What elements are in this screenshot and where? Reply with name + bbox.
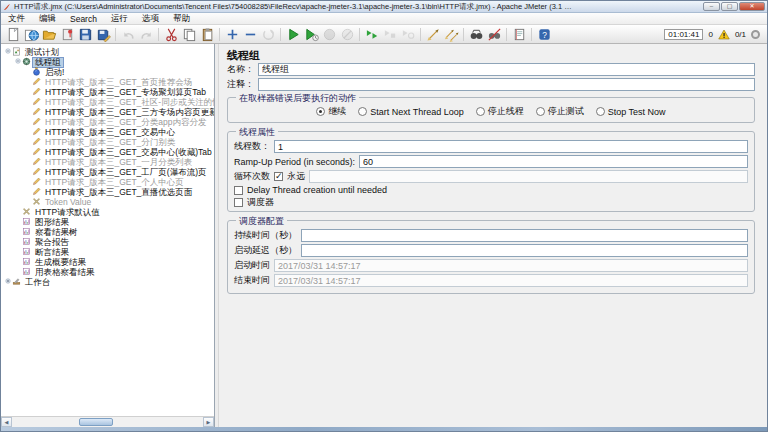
tree-node[interactable]: 用表格察看结果 [1,267,214,277]
tree-node-label: 生成概要结果 [33,258,88,267]
remote-stop-all-button [381,26,399,43]
save-as-button[interactable] [94,26,112,43]
error-action-option-label: 停止测试 [548,105,584,118]
menu-item-文件[interactable]: 文件 [1,13,32,25]
tree-node[interactable]: 断言结果 [1,247,214,257]
tree-node[interactable]: 生成概要结果 [1,257,214,267]
tree-horizontal-scrollbar[interactable]: ◀ ▶ [1,416,214,427]
tree-node[interactable]: 图形结果 [1,217,214,227]
tree-node-label: HTTP请求_版本三_GET_一月分类列表 [43,158,194,167]
search-button[interactable] [467,26,485,43]
tree-node[interactable]: 线程组 [1,57,214,67]
delay-create-label: Delay Thread creation until needed [247,185,387,195]
radio-unselected-icon[interactable] [358,107,367,116]
clear-all-button[interactable] [442,26,460,43]
search-reset-button[interactable] [485,26,503,43]
tree-node[interactable]: HTTP请求_版本三_GET_首页推荐会场 [1,77,214,87]
tree-node[interactable]: 察看结果树 [1,227,214,237]
tree-node[interactable]: HTTP请求_版本三_GET_直播优选页面 [1,187,214,197]
open-file-icon [42,27,57,42]
menu-item-编辑[interactable]: 编辑 [32,13,63,25]
menu-item-选项[interactable]: 选项 [135,13,166,25]
clear-button[interactable] [424,26,442,43]
expand-all-icon [225,27,240,42]
close-button[interactable]: ✕ [739,2,765,11]
tree-node[interactable]: HTTP请求默认值 [1,207,214,217]
name-input[interactable] [258,63,755,76]
start-no-timers-button[interactable] [302,26,320,43]
remote-shutdown-all-icon [401,27,416,42]
open-file-button[interactable] [40,26,58,43]
loop-count-input [309,170,748,183]
expand-all-button[interactable] [223,26,241,43]
shutdown-button [338,26,356,43]
templates-button[interactable] [22,26,40,43]
collapse-all-button[interactable] [241,26,259,43]
error-action-option-label: Stop Test Now [608,107,666,117]
tree-node[interactable]: HTTP请求_版本三_GET_交易中心 [1,127,214,137]
tree-expanded-handle-icon[interactable] [3,47,12,57]
tree-node[interactable]: HTTP请求_版本三_GET_个人中心页 [1,177,214,187]
tree-node[interactable]: HTTP请求_版本三_GET_一月分类列表 [1,157,214,167]
error-action-option[interactable]: 停止测试 [536,105,584,118]
tree-node-label: HTTP请求_版本三_GET_专场聚划算页Tab [43,88,208,97]
comments-input[interactable] [258,78,755,91]
scheduler-checkbox[interactable] [234,198,243,207]
page-title: 线程组 [227,48,755,60]
radio-unselected-icon[interactable] [596,107,605,116]
search-icon [469,27,484,42]
new-file-button[interactable] [4,26,22,43]
scroll-right-arrow[interactable]: ▶ [203,417,214,427]
tree-collapsed-handle-icon[interactable] [3,277,12,287]
tree-node[interactable]: HTTP请求_版本三_GET_分类app内容分发 [1,117,214,127]
scroll-thumb[interactable] [79,418,113,426]
rampup-input[interactable] [359,155,748,168]
tree-node[interactable]: HTTP请求_版本三_GET_分门别类 [1,137,214,147]
function-helper-button[interactable] [510,26,528,43]
tree-node-label: Token Value [43,198,93,207]
remote-start-all-button[interactable] [363,26,381,43]
menu-item-帮助[interactable]: 帮助 [166,13,197,25]
minimize-button[interactable]: – [703,2,720,11]
toolbar-separator [219,28,220,41]
help-button[interactable]: ? [535,26,553,43]
radio-unselected-icon[interactable] [536,107,545,116]
tree-node[interactable]: Token Value [1,197,214,207]
save-button[interactable] [76,26,94,43]
radio-unselected-icon[interactable] [476,107,485,116]
tree-node[interactable]: 聚合报告 [1,237,214,247]
error-action-option[interactable]: 继续 [316,105,346,118]
tree-expanded-handle-icon[interactable] [13,57,22,67]
menu-item-Search[interactable]: Search [63,14,104,24]
tree-node[interactable]: HTTP请求_版本三_GET_社区-同步或关注的情况列表 [1,97,214,107]
error-action-option-label: 继续 [328,105,346,118]
scroll-left-arrow[interactable]: ◀ [1,417,12,427]
delay-create-checkbox[interactable] [234,186,243,195]
menu-item-运行[interactable]: 运行 [104,13,135,25]
close-file-button[interactable] [58,26,76,43]
toolbar-separator [158,28,159,41]
tree-node[interactable]: HTTP请求_版本三_GET_交易中心(收藏)Tab [1,147,214,157]
duration-input[interactable] [301,229,748,242]
tree-node[interactable]: 启动! [1,67,214,77]
tree-node[interactable]: HTTP请求_版本三_GET_三方专场内容页更新(专场页) 页面 [1,107,214,117]
tree-node-label: 测试计划 [23,48,61,57]
copy-button[interactable] [180,26,198,43]
tree-node[interactable]: HTTP请求_版本三_GET_工厂页(瀑布流)页 [1,167,214,177]
radio-selected-icon[interactable] [316,107,325,116]
cut-button[interactable] [162,26,180,43]
warning-icon[interactable] [718,29,730,40]
threads-input[interactable] [274,140,748,153]
paste-button[interactable] [198,26,216,43]
forever-checkbox[interactable] [274,172,283,181]
startup-delay-input[interactable] [301,244,748,257]
error-action-option[interactable]: Start Next Thread Loop [358,107,463,117]
error-action-option[interactable]: Stop Test Now [596,107,666,117]
main-split: 测试计划线程组启动!HTTP请求_版本三_GET_首页推荐会场HTTP请求_版本… [1,44,767,427]
start-button[interactable] [284,26,302,43]
tree-node[interactable]: 测试计划 [1,47,214,57]
error-action-option[interactable]: 停止线程 [476,105,524,118]
maximize-button[interactable]: ▢ [721,2,738,11]
tree-node[interactable]: HTTP请求_版本三_GET_专场聚划算页Tab [1,87,214,97]
tree-node[interactable]: 工作台 [1,277,214,287]
